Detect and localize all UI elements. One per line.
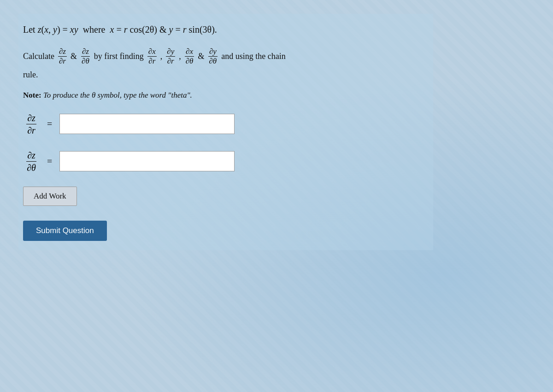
- comma-2: ,: [179, 50, 181, 63]
- equals-1: =: [47, 119, 52, 129]
- comma-1: ,: [160, 50, 163, 63]
- submit-button[interactable]: Submit Question: [23, 221, 107, 241]
- frac-dz-dtheta: ∂z ∂θ: [81, 47, 90, 66]
- problem-statement: Let z(x, y) = xy where x = r cos(2θ) & y…: [23, 23, 429, 36]
- note-label: Note:: [23, 91, 41, 99]
- ampersand-1: &: [71, 50, 77, 63]
- ampersand-2: &: [198, 50, 204, 63]
- instruction-line-1: Calculate ∂z ∂r & ∂z ∂θ by first finding…: [23, 47, 429, 66]
- label-dz-dtheta: ∂z ∂θ: [23, 149, 40, 174]
- input-row-1: ∂z ∂r =: [23, 112, 429, 136]
- instruction-line-2: rule.: [23, 68, 429, 82]
- answer-input-dz-dtheta[interactable]: [59, 151, 235, 171]
- add-work-button[interactable]: Add Work: [23, 187, 77, 206]
- frac-dx-dtheta: ∂x ∂θ: [185, 47, 194, 66]
- note-text: Note: To produce the θ symbol, type the …: [23, 91, 429, 100]
- frac-dz-dr: ∂z ∂r: [58, 47, 67, 66]
- add-work-wrapper: Add Work: [23, 187, 429, 214]
- rule-label: rule.: [23, 68, 38, 82]
- label-dz-dr: ∂z ∂r: [23, 112, 40, 136]
- submit-wrapper: Submit Question: [23, 221, 429, 241]
- by-first-finding: by first finding: [94, 50, 144, 63]
- content-area: Let z(x, y) = xy where x = r cos(2θ) & y…: [18, 14, 433, 250]
- and-using-chain: and using the chain: [221, 50, 285, 63]
- input-row-2: ∂z ∂θ =: [23, 149, 429, 174]
- frac-dx-dr: ∂x ∂r: [147, 47, 157, 66]
- calculate-label: Calculate: [23, 50, 54, 63]
- frac-dy-dr: ∂y ∂r: [166, 47, 175, 66]
- instruction-block: Calculate ∂z ∂r & ∂z ∂θ by first finding…: [23, 47, 429, 82]
- answer-input-dz-dr[interactable]: [59, 114, 235, 134]
- equals-2: =: [47, 156, 52, 167]
- frac-dy-dtheta: ∂y ∂θ: [208, 47, 218, 66]
